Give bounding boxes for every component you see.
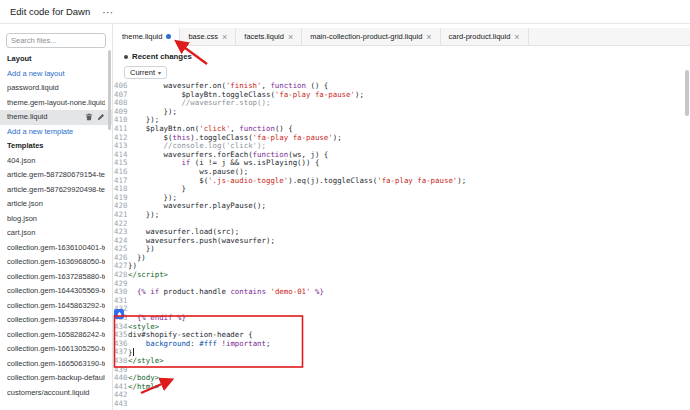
sidebar-item-label: Templates [7, 139, 105, 154]
sidebar-file-item[interactable]: password.liquid [0, 81, 112, 96]
code-line[interactable]: 420 wavesurfer.playPause(); [114, 202, 690, 211]
code-line[interactable]: 421 }); [114, 211, 690, 220]
sidebar-item-label: collection.gem-1637285880-tem... [7, 270, 105, 285]
sidebar-file-item[interactable]: collection.gem-1658286242-tem... [0, 328, 112, 343]
unsaved-changes-dot-icon [166, 34, 171, 39]
selected-file-actions [85, 113, 105, 121]
code-editor[interactable]: 406 wavesurfer.on('finish', function () … [114, 82, 690, 409]
code-line[interactable]: 426 }) [114, 254, 690, 263]
sidebar-scrollbar[interactable] [108, 50, 111, 130]
sidebar-item-label: customers/account.liquid [7, 386, 105, 401]
sidebar-section-header[interactable]: Layout [0, 52, 112, 67]
sidebar-item-label: theme.gem-layout-none.liquid [7, 96, 105, 111]
sidebar-item-label: collection.gem-1636100401-tem... [7, 241, 105, 256]
sidebar-item-label: collection.gem-1653978044-tem... [7, 313, 105, 328]
code-line[interactable]: 433 {% endif %} [114, 314, 690, 323]
sidebar-item-label: article.gem-587629920498-temp... [7, 183, 105, 198]
topbar: Edit code for Dawn ⋯ [0, 0, 690, 24]
sidebar-file-item[interactable]: collection.gem-1661305250-tem... [0, 342, 112, 357]
code-line[interactable]: 418 } [114, 185, 690, 194]
recent-changes-label: Recent changes [132, 52, 192, 61]
current-version-dropdown[interactable]: Current ▾ [124, 66, 167, 79]
code-line[interactable]: 436 background: #fff !important; [114, 340, 690, 349]
sidebar-file-item[interactable]: collection.gem-1645863292-tem... [0, 299, 112, 314]
sidebar-file-item[interactable]: article.json [0, 197, 112, 212]
sidebar-item-label: theme.liquid [7, 110, 82, 125]
sidebar-file-item[interactable]: collection.gem-1665063190-tem... [0, 357, 112, 372]
tab-close-icon[interactable]: × [514, 33, 519, 41]
sidebar-item-label: password.liquid [7, 81, 105, 96]
code-line[interactable]: 443 [114, 400, 690, 409]
search-input[interactable] [6, 33, 106, 48]
tab-card-product.liquid[interactable]: card-product.liquid× [441, 28, 529, 45]
sidebar-file-item[interactable]: collection.gem-1637285880-tem... [0, 270, 112, 285]
code-line[interactable]: 424 wavesurfers.push(wavesurfer); [114, 237, 690, 246]
code-text: background: #fff !important; [128, 340, 270, 349]
tab-base.css[interactable]: base.css× [180, 28, 236, 45]
code-line[interactable]: 408 //wavesurfer.stop(); [114, 99, 690, 108]
code-line[interactable]: 428</script> [114, 271, 690, 280]
tab-main-collection-product-grid.liquid[interactable]: main-collection-product-grid.liquid× [302, 28, 440, 45]
sidebar-item-label: Add a new layout [7, 67, 105, 82]
sidebar-item-label: collection.gem-backup-default.json [7, 371, 105, 386]
chevron-down-icon: ▾ [158, 69, 161, 76]
current-label: Current [130, 68, 155, 77]
code-line[interactable]: 417 $('.js-audio-toggle').eq(j).toggleCl… [114, 177, 690, 186]
code-line[interactable]: 442 [114, 391, 690, 400]
tab-theme.liquid[interactable]: theme.liquid [114, 28, 180, 45]
code-line[interactable]: 439 [114, 366, 690, 375]
code-line[interactable]: 425 }) [114, 245, 690, 254]
sidebar-file-item[interactable]: article.gem-587280679154-templ... [0, 168, 112, 183]
editor-toolbar: Recent changes Current ▾ [114, 46, 690, 82]
code-line[interactable]: 432 [114, 305, 690, 314]
pencil-icon[interactable] [97, 113, 105, 121]
tab-facets.liquid[interactable]: facets.liquid× [236, 28, 302, 45]
sidebar-file-item[interactable]: theme.gem-layout-none.liquid [0, 96, 112, 111]
code-line[interactable]: 438</style> [114, 357, 690, 366]
code-line[interactable]: 441</html> [114, 383, 690, 392]
liquid-droplet-marker-icon [114, 309, 124, 319]
sidebar-file-item[interactable]: cart.json [0, 226, 112, 241]
sidebar-section-header[interactable]: Templates [0, 139, 112, 154]
sidebar-item-label: collection.gem-1661305250-tem... [7, 342, 105, 357]
sidebar-file-item[interactable]: collection.gem-1653978044-tem... [0, 313, 112, 328]
code-line[interactable]: 437} [114, 348, 690, 357]
code-line[interactable]: 409 }); [114, 108, 690, 117]
code-line[interactable]: 430 {% if product.handle contains 'demo-… [114, 288, 690, 297]
recent-changes-header: Recent changes [124, 52, 680, 61]
sidebar-file-item[interactable]: blog.json [0, 212, 112, 227]
tab-label: theme.liquid [122, 32, 162, 41]
sidebar-item-label: article.json [7, 197, 105, 212]
code-line[interactable]: 431 [114, 297, 690, 306]
sidebar-item-label: collection.gem-1645863292-tem... [7, 299, 105, 314]
sidebar-file-item[interactable]: customers/account.liquid [0, 386, 112, 401]
sidebar-item-label: blog.json [7, 212, 105, 227]
sidebar-add-link[interactable]: Add a new layout [0, 67, 112, 82]
line-number: 443 [114, 400, 128, 409]
code-text: </style> [128, 357, 164, 366]
sidebar-item-label: Add a new template [7, 125, 105, 140]
tab-label: card-product.liquid [449, 32, 511, 41]
overflow-menu-icon[interactable]: ⋯ [102, 7, 113, 17]
sidebar-file-item[interactable]: collection.gem-1636968050-tem... [0, 255, 112, 270]
sidebar-item-label: article.gem-587280679154-templ... [7, 168, 105, 183]
file-list: LayoutAdd a new layoutpassword.liquidthe… [0, 52, 112, 400]
sidebar-file-item[interactable]: collection.gem-backup-default.json [0, 371, 112, 386]
code-line[interactable]: 440</body> [114, 374, 690, 383]
trash-icon[interactable] [85, 113, 93, 121]
sidebar-item-label: collection.gem-1636968050-tem... [7, 255, 105, 270]
code-text: </html> [128, 383, 159, 392]
sidebar-file-item[interactable]: theme.liquid [0, 110, 112, 125]
code-text: </script> [128, 271, 168, 280]
editor-scrollbar-thumb[interactable] [685, 70, 689, 116]
sidebar-file-item[interactable]: collection.gem-1636100401-tem... [0, 241, 112, 256]
tab-close-icon[interactable]: × [288, 33, 293, 41]
tab-label: base.css [188, 32, 218, 41]
tab-close-icon[interactable]: × [222, 33, 227, 41]
sidebar-file-item[interactable]: article.gem-587629920498-temp... [0, 183, 112, 198]
tab-close-icon[interactable]: × [426, 33, 431, 41]
sidebar-file-item[interactable]: 404.json [0, 154, 112, 169]
code-line[interactable]: 427}) [114, 262, 690, 271]
sidebar-add-link[interactable]: Add a new template [0, 125, 112, 140]
sidebar-file-item[interactable]: collection.gem-1644305569-tem... [0, 284, 112, 299]
